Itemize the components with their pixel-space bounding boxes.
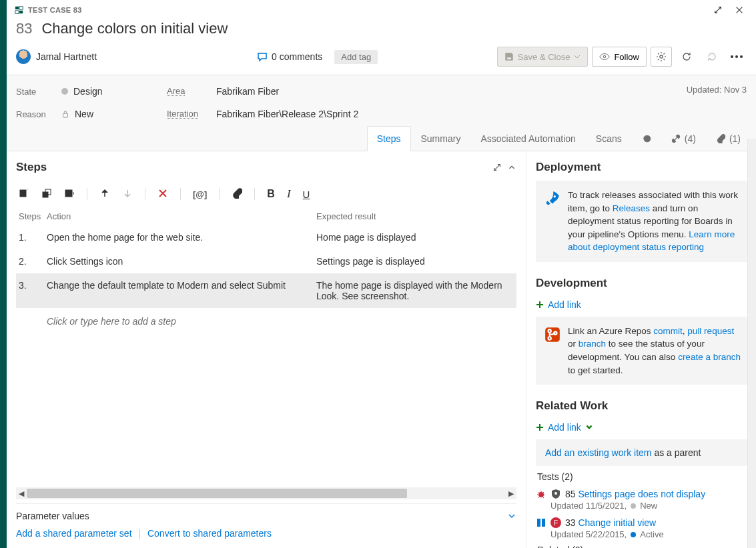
scroll-right-icon[interactable]: ▶ xyxy=(506,488,516,499)
insert-step-button[interactable] xyxy=(19,188,29,201)
tab-scans[interactable]: Scans xyxy=(586,126,632,151)
italic-button[interactable]: I xyxy=(287,187,291,201)
save-close-button[interactable]: Save & Close xyxy=(497,47,589,67)
svg-point-18 xyxy=(538,492,544,497)
tab-associated-automation[interactable]: Associated Automation xyxy=(470,126,585,151)
col-steps-header: Steps xyxy=(19,211,47,221)
step-action[interactable]: Change the default template to Modern an… xyxy=(47,280,316,301)
rocket-icon xyxy=(544,190,561,207)
delete-step-button[interactable] xyxy=(157,188,168,201)
iteration-value[interactable]: Fabrikam Fiber\Release 2\Sprint 2 xyxy=(216,107,358,121)
chevron-down-icon xyxy=(574,53,581,60)
horizontal-scrollbar[interactable]: ◀ ▶ xyxy=(16,487,516,499)
state-value[interactable]: Design xyxy=(61,85,167,98)
work-item-heading: 83 Change colors on initial view xyxy=(7,15,756,44)
deployment-info-box: To track releases associated with this w… xyxy=(536,181,749,262)
tab-steps[interactable]: Steps xyxy=(367,126,411,151)
scroll-left-icon[interactable]: ◀ xyxy=(16,488,27,499)
add-shared-param-link[interactable]: Add a shared parameter set xyxy=(16,528,132,539)
create-shared-steps-button[interactable] xyxy=(64,188,75,201)
refresh-button[interactable] xyxy=(676,47,697,67)
test-link[interactable]: Change initial view xyxy=(578,517,656,528)
expand-icon[interactable] xyxy=(492,163,502,172)
accent-bar xyxy=(0,0,7,548)
maximize-diagonal-icon[interactable] xyxy=(713,5,723,15)
tab-links[interactable]: (4) xyxy=(661,126,706,151)
test-case-icon xyxy=(15,5,24,15)
assignee-name[interactable]: Jamal Hartnett xyxy=(36,51,97,62)
related-test-item[interactable]: 85 Settings page does not display xyxy=(536,486,749,501)
svg-rect-1 xyxy=(19,7,23,9)
tab-summary[interactable]: Summary xyxy=(411,126,471,151)
svg-rect-21 xyxy=(542,519,545,527)
move-down-button[interactable] xyxy=(122,188,133,201)
attach-button[interactable] xyxy=(232,188,242,201)
book-icon xyxy=(536,517,546,528)
settings-button[interactable] xyxy=(651,47,672,67)
undo-button[interactable] xyxy=(701,47,723,67)
comments-label: 0 comments xyxy=(272,51,322,62)
test-link[interactable]: Settings page does not display xyxy=(578,489,705,499)
svg-rect-2 xyxy=(15,11,19,13)
save-icon xyxy=(504,52,514,61)
svg-rect-20 xyxy=(537,519,540,527)
svg-rect-9 xyxy=(20,190,26,197)
step-row[interactable]: 3. Change the default template to Modern… xyxy=(16,273,516,308)
avatar-badge-icon: F xyxy=(550,517,561,528)
reason-value[interactable]: New xyxy=(61,107,167,121)
comments-button[interactable]: 0 comments xyxy=(257,51,322,62)
work-item-title[interactable]: Change colors on initial view xyxy=(41,20,228,37)
development-info-box: Link an Azure Repos commit, pull request… xyxy=(536,317,749,385)
bold-button[interactable]: B xyxy=(267,188,275,200)
step-expected[interactable]: Settings page is displayed xyxy=(316,256,514,267)
svg-rect-4 xyxy=(506,57,511,60)
tab-history[interactable] xyxy=(632,126,661,151)
tab-attachments[interactable]: (1) xyxy=(706,126,751,151)
chevron-down-icon xyxy=(585,423,593,431)
step-expected[interactable]: The home page is displayed with the Mode… xyxy=(316,280,514,301)
attachment-icon xyxy=(716,134,725,143)
state-dot-icon xyxy=(61,88,68,95)
area-label: Area xyxy=(167,87,185,96)
chevron-down-icon[interactable] xyxy=(507,511,516,521)
step-number: 2. xyxy=(19,256,47,267)
create-branch-link[interactable]: create a branch xyxy=(678,352,741,362)
more-actions-button[interactable] xyxy=(727,47,747,67)
step-row[interactable]: 1. Open the home page for the web site. … xyxy=(16,225,516,249)
pull-request-link[interactable]: pull request xyxy=(687,326,734,336)
dev-add-link[interactable]: Add link xyxy=(536,299,581,310)
add-tag-button[interactable]: Add tag xyxy=(334,50,378,64)
lock-icon xyxy=(61,110,69,118)
collapse-chevron-icon[interactable] xyxy=(507,163,516,172)
area-value[interactable]: Fabrikam Fiber xyxy=(216,85,358,98)
comment-icon xyxy=(257,51,268,62)
related-test-item[interactable]: F 33 Change initial view xyxy=(536,515,749,529)
follow-button[interactable]: Follow xyxy=(592,47,647,67)
gear-icon xyxy=(656,51,667,62)
branch-icon xyxy=(544,326,561,343)
underline-button[interactable]: U xyxy=(303,189,310,200)
related-add-link[interactable]: Add link xyxy=(536,422,593,433)
add-parent-box[interactable]: Add an existing work item as a parent xyxy=(536,439,749,466)
step-action[interactable]: Open the home page for the web site. xyxy=(47,232,316,243)
undo-icon xyxy=(707,51,717,62)
state-label: State xyxy=(16,85,61,98)
branch-link[interactable]: branch xyxy=(579,339,606,349)
convert-shared-param-link[interactable]: Convert to shared parameters xyxy=(147,528,272,539)
add-step-placeholder[interactable]: Click or type here to add a step xyxy=(16,308,516,335)
save-close-label: Save & Close xyxy=(518,52,571,62)
assignee-avatar[interactable] xyxy=(16,49,31,64)
commit-link[interactable]: commit xyxy=(653,326,683,336)
move-up-button[interactable] xyxy=(99,188,110,201)
svg-rect-12 xyxy=(65,190,72,197)
insert-shared-step-button[interactable] xyxy=(41,188,52,201)
step-action[interactable]: Click Settings icon xyxy=(47,256,316,267)
releases-link[interactable]: Releases xyxy=(613,203,650,213)
add-parent-link[interactable]: Add an existing work item xyxy=(545,447,652,458)
refresh-icon xyxy=(681,51,692,62)
mention-button[interactable]: [@] xyxy=(193,189,207,199)
close-icon[interactable] xyxy=(735,5,744,15)
step-row[interactable]: 2. Click Settings icon Settings page is … xyxy=(16,249,516,273)
step-expected[interactable]: Home page is displayed xyxy=(316,232,514,243)
deployment-title: Deployment xyxy=(536,161,749,174)
